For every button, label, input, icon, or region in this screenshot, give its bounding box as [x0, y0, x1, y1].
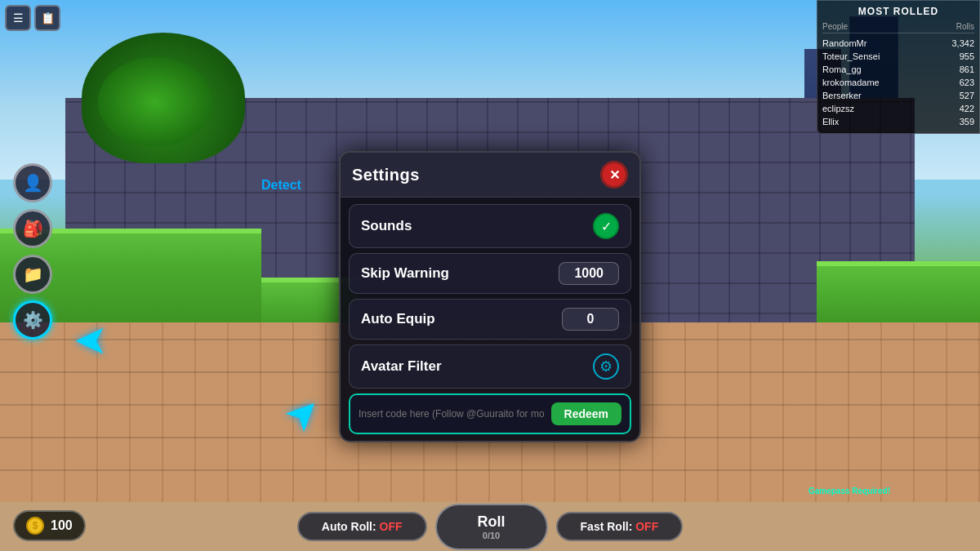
roll-button[interactable]: Roll 0/10 [435, 504, 548, 550]
coin-amount: 100 [51, 518, 73, 533]
lb-rolls: 3,342 [951, 38, 974, 48]
auto-roll-label: Auto Roll: OFF [322, 520, 403, 533]
lb-name: Toteur_Sensei [822, 51, 880, 61]
skip-warning-label: Skip Warning [361, 265, 449, 282]
leaderboard-row: krokomadame623 [822, 76, 974, 89]
menu-button[interactable]: ☰ [5, 5, 31, 31]
auto-equip-value[interactable]: 0 [562, 308, 619, 331]
settings-modal[interactable]: Settings ✕ Sounds ✓ Skip Warning 1000 Au… [339, 151, 641, 442]
lb-name: eclipzsz [822, 104, 854, 113]
roll-count: 0/10 [483, 531, 500, 540]
leaderboard-row: Ellix359 [822, 115, 974, 128]
tree-foliage [82, 33, 245, 163]
profile-button[interactable]: 👤 [13, 163, 52, 202]
modal-close-button[interactable]: ✕ [600, 161, 628, 189]
sounds-label: Sounds [361, 218, 412, 234]
lb-rolls-header: Rolls [956, 22, 974, 31]
lb-rolls: 359 [960, 117, 974, 127]
sounds-check-icon[interactable]: ✓ [593, 213, 619, 239]
folder-button[interactable]: 📁 [13, 255, 52, 294]
redeem-button[interactable]: Redeem [551, 402, 621, 425]
modal-header: Settings ✕ [341, 153, 639, 198]
lb-rolls: 527 [960, 91, 974, 100]
top-bar: ☰ 📋 [0, 0, 65, 36]
lb-name: krokomadame [822, 78, 880, 87]
settings-button[interactable]: ⚙️ [13, 300, 52, 340]
tree-foliage-inner [98, 57, 212, 147]
backpack-button[interactable]: 🎒 [13, 209, 52, 248]
redeem-code-input[interactable] [359, 408, 545, 420]
auto-roll-status: OFF [380, 520, 403, 533]
redeem-row: Redeem [349, 393, 631, 434]
lb-name: RandomMr [822, 38, 866, 48]
modal-title: Settings [352, 166, 420, 184]
skip-warning-setting-row: Skip Warning 1000 [349, 253, 631, 294]
leaderboard-row: RandomMr3,342 [822, 37, 974, 50]
avatar-filter-setting-row: Avatar Filter ⚙ [349, 344, 631, 389]
lb-people-header: People [822, 22, 848, 31]
skip-warning-value[interactable]: 1000 [559, 262, 619, 285]
leaderboard-row: Roma_gg861 [822, 63, 974, 76]
auto-equip-setting-row: Auto Equip 0 [349, 299, 631, 340]
gamepass-note: Gamepass Required! [808, 487, 890, 495]
leaderboard-rows: RandomMr3,342Toteur_Sensei955Roma_gg861k… [822, 37, 974, 128]
auto-equip-label: Auto Equip [361, 311, 435, 327]
leaderboard-title: MOST ROLLED [822, 6, 974, 17]
leaderboard-row: Berserker527 [822, 89, 974, 102]
arrow-left-icon: ➤ [74, 318, 108, 366]
sounds-setting-row: Sounds ✓ [349, 204, 631, 248]
clipboard-button[interactable]: 📋 [34, 5, 60, 31]
fast-roll-button[interactable]: Fast Roll: OFF [556, 512, 684, 541]
leaderboard-row: Toteur_Sensei955 [822, 50, 974, 63]
leaderboard-panel: MOST ROLLED People Rolls RandomMr3,342To… [817, 0, 980, 134]
coin-display: $ 100 [13, 510, 86, 541]
lb-rolls: 955 [960, 51, 974, 61]
roll-label: Roll [478, 513, 506, 531]
avatar-filter-gear-icon[interactable]: ⚙ [593, 353, 619, 380]
lb-name: Roma_gg [822, 64, 862, 74]
fast-roll-label: Fast Roll: OFF [581, 520, 659, 533]
lb-rolls: 623 [960, 78, 974, 87]
modal-body: Sounds ✓ Skip Warning 1000 Auto Equip 0 … [341, 198, 639, 441]
leaderboard-header: People Rolls [822, 22, 974, 33]
lb-rolls: 861 [960, 64, 974, 74]
coin-icon: $ [26, 517, 44, 535]
lb-name: Ellix [822, 117, 839, 127]
lb-name: Berserker [822, 91, 862, 100]
lb-rolls: 422 [960, 104, 974, 113]
sidebar: 👤 🎒 📁 ⚙️ [13, 163, 52, 340]
avatar-filter-label: Avatar Filter [361, 358, 442, 375]
leaderboard-row: eclipzsz422 [822, 102, 974, 115]
detect-text: Detect [261, 178, 301, 193]
bottom-bar: Auto Roll: OFF Roll 0/10 Fast Roll: OFF [0, 502, 980, 551]
fast-roll-status: OFF [635, 520, 658, 533]
tree [82, 33, 245, 196]
auto-roll-button[interactable]: Auto Roll: OFF [297, 512, 427, 541]
